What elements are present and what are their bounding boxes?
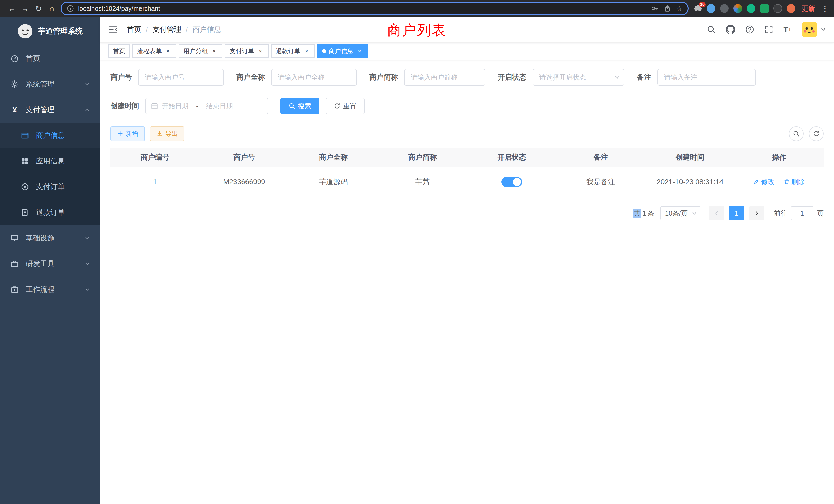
sidebar-item-label: 研发工具 — [26, 259, 54, 269]
filter-merchant-no: 商户号 — [110, 69, 224, 86]
fullscreen-icon[interactable] — [764, 25, 773, 34]
sidebar-item-infrastructure[interactable]: 基础设施 — [0, 225, 100, 251]
browser-update-button[interactable]: 更新 — [802, 4, 815, 13]
card-icon — [21, 131, 29, 140]
column-header: 开启状态 — [467, 148, 556, 167]
breadcrumb-separator: / — [186, 25, 188, 33]
chevron-down-icon — [85, 287, 90, 292]
tab-process-form[interactable]: 流程表单 × — [132, 44, 176, 58]
app-title: 芋道管理系统 — [38, 26, 83, 37]
sidebar-logo[interactable]: 芋道管理系统 — [0, 17, 100, 46]
filter-merchant-short-name: 商户简称 — [369, 69, 485, 86]
sidebar-item-home[interactable]: 首页 — [0, 46, 100, 71]
chevron-up-icon — [85, 107, 90, 112]
sidebar-fold-icon[interactable] — [108, 25, 117, 34]
tab-label: 商户信息 — [329, 47, 353, 55]
extension-icon[interactable] — [720, 4, 729, 13]
user-menu[interactable] — [802, 22, 826, 37]
sidebar-item-app-info[interactable]: 应用信息 — [0, 148, 100, 174]
sidebar-item-dev-tools[interactable]: 研发工具 — [0, 251, 100, 277]
sidebar-item-label: 工作流程 — [26, 284, 54, 294]
sidebar-item-merchant-info[interactable]: 商户信息 — [0, 123, 100, 148]
tab-label: 用户分组 — [183, 47, 208, 55]
field-label: 商户号 — [110, 72, 132, 82]
browser-forward-button[interactable]: → — [19, 2, 32, 15]
search-button[interactable]: 搜索 — [280, 97, 320, 114]
browser-menu-kebab-icon[interactable]: ⋮ — [821, 4, 829, 13]
browser-reload-button[interactable]: ↻ — [32, 2, 45, 15]
extension-icon[interactable] — [773, 4, 782, 13]
prev-page-button[interactable] — [709, 206, 724, 221]
close-icon[interactable]: × — [303, 47, 310, 55]
refresh-table-button[interactable] — [809, 126, 824, 141]
tab-user-group[interactable]: 用户分组 × — [179, 44, 222, 58]
tab-merchant-info-active[interactable]: 商户信息 × — [317, 44, 368, 58]
breadcrumb-item[interactable]: 支付管理 — [153, 25, 181, 35]
close-icon[interactable]: × — [211, 47, 218, 55]
tab-label: 首页 — [113, 47, 125, 55]
browser-back-button[interactable]: ← — [5, 2, 19, 15]
page-info-icon[interactable] — [67, 5, 74, 12]
reset-button[interactable]: 重置 — [326, 97, 365, 114]
search-icon — [289, 102, 295, 109]
target-icon — [21, 183, 29, 191]
address-bar-actions: ☆ — [651, 4, 682, 13]
extension-icon[interactable] — [760, 4, 769, 13]
status-toggle[interactable] — [502, 177, 522, 187]
extensions-puzzle-icon[interactable]: 10 — [694, 4, 702, 13]
extension-icon[interactable] — [733, 4, 742, 13]
page-number-button[interactable]: 1 — [729, 206, 744, 221]
tab-home[interactable]: 首页 — [108, 44, 130, 58]
remark-input[interactable] — [657, 69, 756, 86]
main-area: 首页 / 支付管理 / 商户信息 — [100, 17, 834, 504]
field-label: 备注 — [637, 72, 651, 82]
search-toggle-button[interactable] — [789, 126, 804, 141]
browser-address-bar[interactable]: localhost:1024/pay/merchant ☆ — [61, 2, 689, 16]
next-page-button[interactable] — [749, 206, 764, 221]
merchant-no-input[interactable] — [138, 69, 224, 86]
search-icon[interactable] — [707, 25, 716, 34]
bookmark-star-icon[interactable]: ☆ — [676, 4, 682, 13]
merchant-full-name-input[interactable] — [271, 69, 357, 86]
sidebar-item-refund-orders[interactable]: 退款订单 — [0, 200, 100, 225]
extension-icon[interactable] — [707, 4, 716, 13]
edit-link[interactable]: 修改 — [753, 177, 774, 186]
sidebar-item-payment[interactable]: ¥ 支付管理 — [0, 97, 100, 123]
github-icon[interactable] — [726, 25, 735, 34]
monitor-icon — [10, 234, 19, 242]
sidebar-item-system[interactable]: 系统管理 — [0, 71, 100, 97]
chevron-down-icon — [85, 82, 90, 87]
sidebar-item-workflow[interactable]: 工作流程 — [0, 277, 100, 302]
status-select[interactable]: 请选择开启状态 — [532, 69, 624, 86]
merchant-short-name-input[interactable] — [404, 69, 485, 86]
dashboard-icon — [10, 54, 19, 63]
extension-icon[interactable] — [747, 4, 755, 13]
filter-row-2: 创建时间 开始日期 - 结束日期 搜索 — [110, 97, 824, 114]
tab-refund-orders[interactable]: 退款订单 × — [271, 44, 315, 58]
help-icon[interactable] — [745, 25, 754, 34]
logo-avatar — [18, 24, 33, 39]
add-button[interactable]: 新增 — [110, 126, 145, 141]
page-size-select[interactable]: 10条/页 — [660, 206, 701, 221]
breadcrumb-item[interactable]: 首页 — [127, 25, 141, 35]
column-header: 商户简称 — [378, 148, 467, 167]
cell-merchant-no: M233666999 — [199, 167, 289, 197]
close-icon[interactable]: × — [164, 47, 172, 55]
tab-pay-orders[interactable]: 支付订单 × — [225, 44, 269, 58]
date-range-picker[interactable]: 开始日期 - 结束日期 — [145, 97, 268, 114]
export-button[interactable]: 导出 — [150, 126, 184, 141]
delete-link[interactable]: 删除 — [784, 177, 805, 186]
close-icon[interactable]: × — [257, 47, 264, 55]
browser-profile-avatar[interactable] — [787, 4, 795, 13]
sidebar-item-pay-orders[interactable]: 支付订单 — [0, 174, 100, 200]
goto-page-input[interactable] — [791, 206, 813, 221]
share-icon[interactable] — [664, 5, 671, 12]
close-icon[interactable]: × — [356, 47, 363, 55]
font-size-icon[interactable]: TT — [784, 25, 791, 34]
password-key-icon[interactable] — [651, 5, 659, 12]
breadcrumb-item-current: 商户信息 — [193, 25, 221, 35]
pagination-total: 共 1 条 — [633, 209, 654, 218]
browser-home-button[interactable]: ⌂ — [45, 2, 59, 15]
field-label: 商户简称 — [369, 72, 398, 82]
calendar-icon — [151, 102, 158, 110]
